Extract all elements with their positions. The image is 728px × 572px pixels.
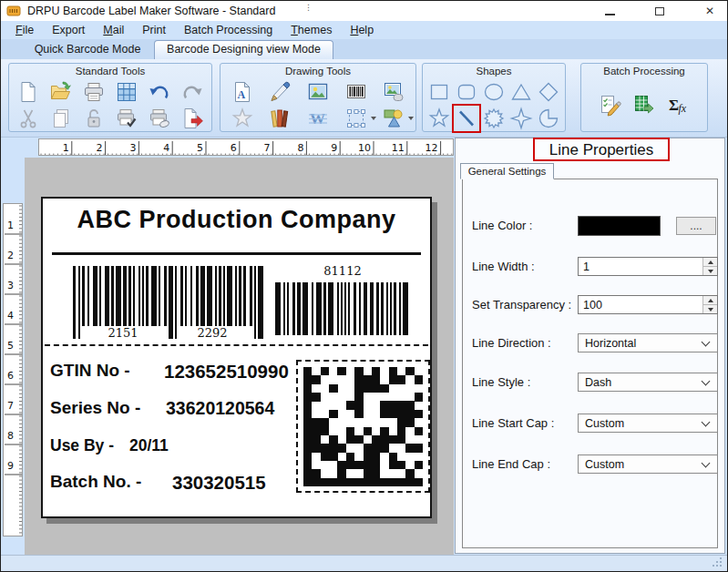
maximize-icon[interactable] [648, 2, 672, 20]
tab-general-settings[interactable]: General Settings [460, 163, 554, 179]
app-logo-icon [6, 4, 21, 18]
transparency-increment-icon[interactable] [703, 296, 717, 305]
window-controls: ✕ [598, 1, 722, 21]
svg-text:12: 12 [426, 142, 438, 154]
new-document-icon[interactable] [15, 79, 41, 105]
line-start-cap-select[interactable]: Custom [578, 414, 718, 433]
dashed-line-object[interactable] [45, 344, 428, 346]
field-gtin[interactable]: GTIN No - 123652510990 [50, 361, 130, 381]
titlebar-mark: ⋮ [304, 3, 313, 12]
toolbar-group-title: Standard Tools [9, 64, 211, 78]
svg-text:5: 5 [7, 340, 14, 352]
line-color-picker-button[interactable]: .... [676, 217, 716, 235]
barcode-icon[interactable] [343, 79, 369, 105]
shape-triangle-icon[interactable] [508, 79, 534, 105]
printer-icon[interactable] [81, 79, 107, 105]
shapes-picker-icon[interactable] [381, 106, 406, 131]
barcode-number-left: 2151 [103, 326, 143, 340]
shape-rectangle-icon[interactable] [426, 79, 452, 105]
field-useby[interactable]: Use By - 20/11 [50, 436, 114, 455]
svg-text:2: 2 [7, 250, 14, 261]
menu-themes[interactable]: Themes [282, 21, 341, 39]
pen-icon[interactable] [267, 79, 292, 105]
line-color-swatch[interactable] [578, 216, 661, 236]
chevron-down-icon [702, 459, 711, 468]
menu-export[interactable]: Export [43, 21, 94, 39]
line-width-decrement-icon[interactable] [703, 267, 717, 275]
line-width-input[interactable] [579, 258, 702, 275]
gtin-label: GTIN No - [50, 361, 130, 380]
line-end-cap-select[interactable]: Custom [578, 455, 718, 474]
line-direction-select[interactable]: Horizontal [578, 333, 718, 352]
text-page-icon[interactable]: A [230, 79, 255, 105]
chevron-down-icon [702, 377, 711, 386]
transparency-input[interactable] [579, 296, 702, 313]
line-style-row: Line Style : Dash [463, 372, 717, 393]
window-title: DRPU Barcode Label Maker Software - Stan… [27, 5, 275, 17]
field-batch[interactable]: Batch No. - 330320515 [50, 472, 141, 492]
shape-star-icon[interactable] [426, 106, 452, 131]
svg-text:7: 7 [264, 142, 271, 154]
open-folder-icon[interactable] [48, 79, 74, 105]
menu-mail[interactable]: Mail [94, 21, 133, 39]
list-edit-icon[interactable] [597, 92, 622, 117]
shape-diamond-icon[interactable] [536, 79, 561, 105]
excel-import-icon[interactable] [631, 92, 657, 117]
image-shape-icon[interactable] [381, 79, 406, 105]
datamatrix-barcode[interactable] [296, 360, 430, 493]
export-page-icon[interactable] [179, 106, 205, 131]
tab-quick-barcode-mode[interactable]: Quick Barcode Mode [19, 39, 156, 59]
sigma-fx-icon[interactable]: Σfx [666, 92, 692, 117]
menu-batch-processing[interactable]: Batch Processing [175, 21, 282, 39]
line-end-cap-label: Line End Cap : [472, 457, 550, 471]
toolbar-group-title: Drawing Tools [220, 64, 415, 78]
printer-edit-icon[interactable] [147, 106, 172, 131]
dropdown-arrow-icon[interactable] [371, 117, 376, 123]
shape-pie-icon[interactable] [536, 106, 561, 131]
tab-barcode-designing-view-mode[interactable]: Barcode Designing view Mode [154, 40, 333, 59]
line-style-select[interactable]: Dash [578, 373, 718, 392]
secondary-barcode[interactable]: 81112 [275, 264, 410, 342]
toolbar-group-shapes: Shapes [422, 63, 566, 132]
shape-line-icon[interactable] [454, 106, 479, 131]
redo-icon[interactable] [179, 79, 205, 105]
frame-select-icon[interactable] [343, 106, 369, 131]
barcode-number-right: 2292 [192, 326, 232, 340]
label-company-title[interactable]: ABC Production Company [43, 206, 430, 234]
shape-ellipse-icon[interactable] [481, 79, 507, 105]
shape-star4-icon[interactable] [508, 106, 534, 131]
undo-icon[interactable] [147, 79, 172, 105]
line-style-label: Line Style : [472, 375, 530, 389]
title-bar: DRPU Barcode Label Maker Software - Stan… [1, 1, 727, 21]
minimize-icon[interactable] [598, 2, 621, 20]
dropdown-arrow-icon[interactable] [408, 117, 414, 123]
shape-starburst-icon[interactable] [481, 106, 507, 131]
watermark-icon[interactable]: W [305, 106, 331, 131]
books-icon[interactable] [267, 106, 292, 131]
field-series[interactable]: Series No - 33620120564 [50, 398, 140, 418]
printer-check-icon[interactable] [114, 106, 139, 131]
resize-grip-icon[interactable] [713, 557, 723, 568]
svg-text:11: 11 [392, 142, 405, 154]
close-icon[interactable]: ✕ [698, 2, 722, 20]
image-icon[interactable] [305, 79, 331, 105]
svg-text:1: 1 [7, 220, 14, 231]
shape-rounded-rect-icon[interactable] [454, 79, 479, 105]
grid-icon[interactable] [114, 79, 139, 105]
design-canvas[interactable]: ABC Production Company 2151 2292 81112 G… [25, 158, 454, 555]
line-width-spinbox [578, 257, 718, 276]
general-settings-groupbox: Line Color : .... Line Width : Set Trans… [462, 179, 718, 548]
main-barcode[interactable]: 2151 2292 [73, 266, 268, 346]
label-design-surface[interactable]: ABC Production Company 2151 2292 81112 G… [41, 197, 432, 518]
line-width-increment-icon[interactable] [703, 258, 717, 267]
svg-text:fx: fx [679, 102, 687, 115]
menu-print[interactable]: Print [133, 21, 175, 39]
menu-help[interactable]: Help [341, 21, 383, 39]
line-start-cap-row: Line Start Cap : Custom [463, 413, 717, 434]
chevron-down-icon [702, 338, 711, 347]
transparency-decrement-icon[interactable] [703, 305, 717, 313]
svg-text:1: 1 [63, 142, 69, 154]
menu-file[interactable]: File [6, 21, 43, 39]
svg-text:9: 9 [331, 142, 337, 154]
vertical-ruler: 123456789 [3, 203, 23, 536]
